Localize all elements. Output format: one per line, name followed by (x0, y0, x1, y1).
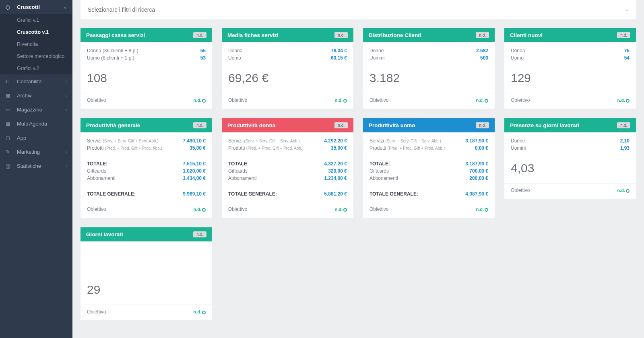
filter-bar[interactable]: Selezionare i filtri di ricerca ⌄ (80, 0, 636, 19)
euro-icon: € (6, 78, 13, 84)
card-giorni-lavorati: Giorni lavoratin.d. 29 Obiettivon.d. (80, 227, 212, 320)
main-content: Selezionare i filtri di ricerca ⌄ Passag… (72, 0, 644, 338)
card-grid: Passaggi cassa servizi n.d. Donna (36 cl… (80, 28, 636, 320)
sidebar-item-marketing[interactable]: ✎Marketing‹ (0, 145, 72, 159)
dashboard-icon: ◌ (6, 4, 13, 10)
sidebar-item-contabilita[interactable]: €Contabilità‹ (0, 74, 72, 89)
kpi-value: 108 (80, 64, 212, 93)
sidebar: ◌ Cruscotti ⌄ Grafici v.1 Cruscotto v.1 … (0, 0, 72, 338)
sidebar-submenu: Grafici v.1 Cruscotto v.1 Rivendita Sett… (0, 14, 72, 74)
card-produttivita-generale: Produttività generalen.d. Servizi (Serv.… (80, 118, 212, 218)
chevron-left-icon: ‹ (66, 93, 67, 98)
card-produttivita-donna: Produttività donnan.d. Servizi (Serv. + … (222, 118, 353, 218)
nd-badge[interactable]: n.d. (193, 32, 206, 38)
sidebar-sub-rivendita[interactable]: Rivendita (0, 38, 72, 50)
sidebar-label: Cruscotti (17, 4, 40, 10)
sidebar-item-multiagenda[interactable]: ▦Multi Agenda (0, 117, 72, 131)
sidebar-sub-grafici-v2[interactable]: Grafici v.2 (0, 62, 72, 74)
sidebar-item-cruscotti[interactable]: ◌ Cruscotti ⌄ (0, 0, 72, 14)
chevron-down-icon: ⌄ (625, 7, 629, 12)
card-media: Media fiches servizin.d. Donna78,04 € Uo… (222, 28, 353, 109)
card-produttivita-uomo: Produttività uomon.d. Servizi (Serv. + S… (363, 118, 495, 218)
sidebar-sub-cruscotto-v1[interactable]: Cruscotto v.1 (0, 26, 72, 38)
card-header: Passaggi cassa servizi n.d. (80, 28, 212, 42)
archive-icon: ▦ (6, 93, 13, 99)
chevron-left-icon: ‹ (66, 164, 67, 168)
chevron-left-icon: ‹ (66, 79, 67, 84)
card-passaggi: Passaggi cassa servizi n.d. Donna (36 cl… (80, 28, 212, 109)
sidebar-sub-settore[interactable]: Settore merceologico (0, 50, 72, 62)
box-icon: ▭ (6, 107, 13, 113)
bars-icon: ▥ (6, 163, 13, 169)
card-distribuzione: Distribuzione Clientin.d. Donne2.682 Uom… (363, 28, 495, 109)
sidebar-item-magazzino[interactable]: ▭Magazzino‹ (0, 103, 72, 117)
chart-icon: ✎ (6, 149, 13, 155)
calendar-icon: ▦ (6, 121, 13, 127)
card-presenze: Presenze su giorni lavoratin.d. Donne2,1… (504, 118, 636, 199)
sidebar-item-app[interactable]: ◻App (0, 131, 72, 145)
chevron-down-icon: ⌄ (64, 5, 67, 9)
sidebar-item-statistiche[interactable]: ▥Statistiche‹ (0, 159, 72, 173)
filter-label: Selezionare i filtri di ricerca (88, 6, 155, 13)
obiettivo-link[interactable]: n.d. (193, 98, 206, 103)
sidebar-sub-grafici-v1[interactable]: Grafici v.1 (0, 14, 72, 26)
sidebar-item-archivi[interactable]: ▦Archivi‹ (0, 89, 72, 103)
chevron-left-icon: ‹ (66, 107, 67, 112)
app-icon: ◻ (6, 135, 13, 141)
chevron-left-icon: ‹ (66, 150, 67, 154)
card-clienti-nuovi: Clienti nuovin.d. Donna75 Uomo54 129 Obi… (504, 28, 636, 109)
